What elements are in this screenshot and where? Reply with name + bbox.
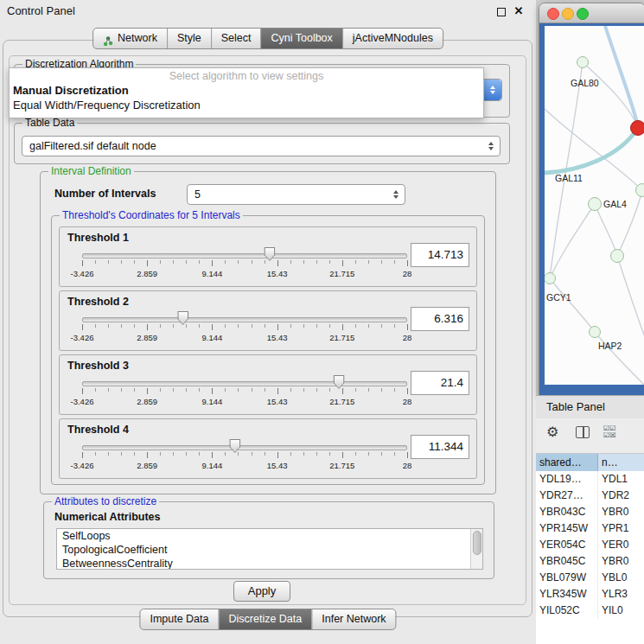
tab-select[interactable]: Select <box>212 29 262 48</box>
table-row[interactable]: YBL079WYBL0 <box>536 570 644 586</box>
tab-jactivemodules[interactable]: jActiveMNodules <box>343 29 443 48</box>
slider-thumb[interactable] <box>334 375 345 389</box>
tab-impute-data[interactable]: Impute Data <box>140 609 219 629</box>
table-data-combobox[interactable]: galFiltered.sif default node <box>22 136 501 156</box>
slider-tick-labels: -3.4262.8599.14415.4321.71528 <box>82 333 407 343</box>
group-title: Threshold's Coordinates for 5 Intervals <box>60 209 243 221</box>
tick-label: 21.715 <box>329 461 354 470</box>
algorithm-dropdown: Select algorithm to view settings Manual… <box>9 67 484 118</box>
combo-stepper-icon[interactable] <box>484 80 501 100</box>
table-cell: YBL0 <box>598 570 644 586</box>
column-header[interactable]: shared… <box>536 454 598 471</box>
mac-minimize-button[interactable] <box>562 8 574 20</box>
apply-button[interactable]: Apply <box>233 581 290 602</box>
table-cell: YLR3 <box>598 586 644 603</box>
mac-close-button[interactable] <box>547 8 559 20</box>
table-cell: YBR0 <box>598 553 644 570</box>
network-canvas[interactable]: GAL80GAL11GAL4GCY1HAP2 <box>545 26 644 385</box>
slider-track[interactable] <box>82 317 407 322</box>
table-row[interactable]: YLR345WYLR3 <box>536 586 644 603</box>
threshold-slider[interactable]: -3.4262.8599.14415.4321.71528 <box>82 374 407 412</box>
tick-label: 28 <box>403 397 412 406</box>
table-data-group: Table Data galFiltered.sif default node <box>14 123 510 164</box>
screen: Control Panel Network Style Select Cyni … <box>0 0 644 644</box>
network-view-frame: GAL80GAL11GAL4GCY1HAP2 <box>539 23 644 395</box>
numerical-attributes-list[interactable]: SelfLoopsTopologicalCoefficientBetweenne… <box>56 528 483 570</box>
table-header-row: shared… n… <box>536 454 644 471</box>
scrollbar-thumb[interactable] <box>473 531 481 555</box>
table-cell: YDL19… <box>536 471 598 488</box>
slider-thumb[interactable] <box>177 311 188 325</box>
tab-network[interactable]: Network <box>93 29 168 48</box>
table-row[interactable]: YIL052CYIL0 <box>536 603 644 619</box>
table-row[interactable]: YDL19…YDL1 <box>536 471 644 488</box>
tab-label: Select <box>221 29 252 48</box>
num-intervals-combobox[interactable]: 5 <box>187 184 405 205</box>
selected-node[interactable] <box>630 120 644 136</box>
combo-value: 5 <box>194 188 201 201</box>
tick-label: 9.144 <box>202 333 223 342</box>
network-node[interactable] <box>577 56 589 68</box>
tab-label: Cyni Toolbox <box>271 29 332 48</box>
tick-label: -3.426 <box>71 333 94 342</box>
table-row[interactable]: YER054CYER0 <box>536 537 644 553</box>
float-window-icon[interactable] <box>497 8 506 16</box>
table-row[interactable]: YPR145WYPR1 <box>536 520 644 537</box>
slider-tick-labels: -3.4262.8599.14415.4321.71528 <box>82 397 407 407</box>
tab-style[interactable]: Style <box>168 29 212 48</box>
combo-stepper-icon[interactable] <box>485 139 497 153</box>
threshold-slider[interactable]: -3.4262.8599.14415.4321.71528 <box>82 310 407 348</box>
slider-thumb[interactable] <box>264 247 275 261</box>
threshold-slider[interactable]: -3.4262.8599.14415.4321.71528 <box>82 246 407 284</box>
select-columns-icon[interactable] <box>603 425 615 439</box>
list-scrollbar[interactable] <box>470 529 482 569</box>
tab-label: Network <box>118 29 157 48</box>
tick-label: 9.144 <box>202 397 223 406</box>
table-row[interactable]: YDR27…YDR2 <box>536 488 644 504</box>
column-header[interactable]: n… <box>598 454 644 471</box>
table-cell: YDL1 <box>598 471 644 488</box>
combo-value: galFiltered.sif default node <box>29 140 156 152</box>
node-label: GAL11 <box>555 173 583 183</box>
slider-track[interactable] <box>82 381 407 386</box>
slider-track[interactable] <box>82 253 407 258</box>
dropdown-option[interactable]: Manual Discretization <box>10 82 483 97</box>
gear-icon[interactable] <box>546 424 558 440</box>
tick-label: 21.715 <box>329 269 354 278</box>
threshold-label: Threshold 2 <box>67 296 129 308</box>
table-panel-title: Table Panel <box>536 400 605 413</box>
dropdown-option[interactable]: Equal Width/Frequency Discretization <box>10 97 483 112</box>
network-node[interactable] <box>635 183 644 197</box>
tick-label: -3.426 <box>71 397 94 406</box>
attribute-list-item[interactable]: TopologicalCoefficient <box>57 543 471 557</box>
combo-stepper-icon[interactable] <box>390 188 402 201</box>
table-row[interactable]: YBR045CYBR0 <box>536 553 644 570</box>
network-node[interactable] <box>588 197 602 211</box>
tab-label: jActiveMNodules <box>353 29 433 48</box>
table-row[interactable]: YBR043CYBR0 <box>536 504 644 520</box>
panel-title: Control Panel <box>7 0 75 22</box>
threshold-value-field[interactable]: 21.4 <box>411 371 469 395</box>
mac-zoom-button[interactable] <box>577 8 589 20</box>
network-node[interactable] <box>589 326 601 338</box>
tab-discretize-data[interactable]: Discretize Data <box>220 609 313 629</box>
table-cell: YDR2 <box>598 488 644 504</box>
attribute-list-item[interactable]: SelfLoops <box>57 529 471 543</box>
attribute-list-item[interactable]: BetweennessCentrality <box>57 557 471 570</box>
threshold-value-field[interactable]: 14.713 <box>411 243 469 267</box>
threshold-value-field[interactable]: 6.316 <box>411 307 469 331</box>
tick-label: 15.43 <box>267 333 288 342</box>
tab-cyni-toolbox[interactable]: Cyni Toolbox <box>261 29 342 48</box>
node-label: GCY1 <box>546 292 571 303</box>
table-cell: YIL0 <box>598 603 644 619</box>
threshold-value-field[interactable]: 11.344 <box>411 435 469 459</box>
close-icon[interactable] <box>512 0 526 22</box>
group-title: Interval Definition <box>48 165 134 177</box>
slider-thumb[interactable] <box>229 439 240 453</box>
columns-icon[interactable] <box>576 426 590 438</box>
table-cell: YPR145W <box>536 520 598 537</box>
network-node[interactable] <box>610 249 624 263</box>
tab-infer-network[interactable]: Infer Network <box>312 609 395 629</box>
slider-track[interactable] <box>82 445 407 450</box>
threshold-slider[interactable]: -3.4262.8599.14415.4321.71528 <box>82 438 407 476</box>
